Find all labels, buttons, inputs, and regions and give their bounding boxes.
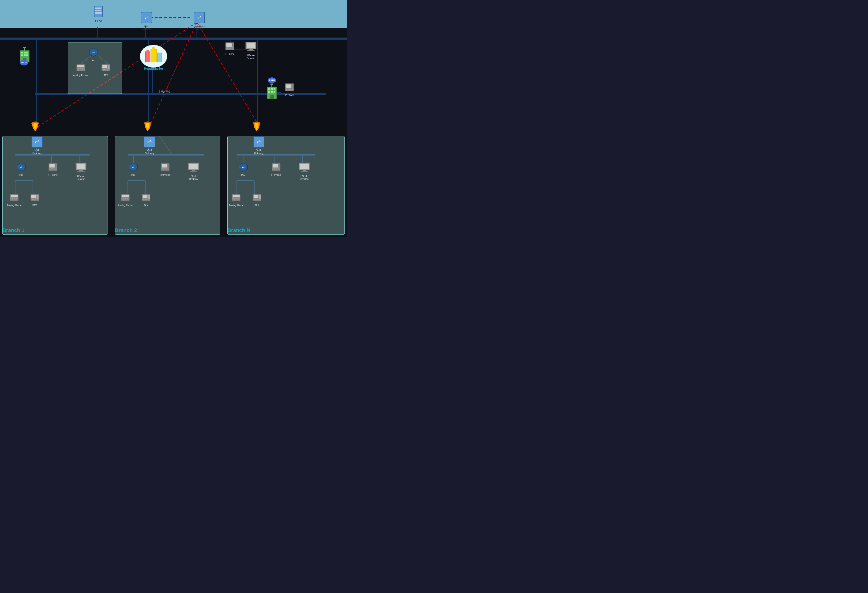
svg-rect-176 [303,170,306,171]
branch2-voip-gw-label: VoIP Gateway [143,149,156,155]
svg-rect-60 [78,68,79,70]
svg-rect-106 [286,84,291,88]
svg-rect-154 [122,195,129,197]
branchn-fax: FAX [250,192,263,207]
svg-rect-96 [269,88,270,90]
branchn-analog-label: Analog Phone [229,204,244,207]
svg-rect-74 [24,55,26,56]
svg-rect-75 [26,55,28,56]
svg-text:⇌: ⇌ [144,14,149,21]
svg-rect-144 [162,164,167,167]
svg-rect-185 [254,199,255,200]
voip-gateway-top-label: VoIP Gateway [139,25,154,31]
svg-rect-48 [95,10,102,11]
svg-rect-186 [255,199,257,200]
right-ip-phone-label: IP Phone [282,94,297,97]
svg-text:IP: IP [232,44,235,46]
svg-rect-181 [236,198,237,200]
top-uscale-label: UScale Desktop [243,54,259,60]
svg-rect-151 [192,170,195,171]
svg-rect-180 [233,198,235,200]
svg-rect-109 [288,89,289,90]
branchn-ip-phone: IP IP Phone [269,162,283,176]
svg-text:IP: IP [168,164,170,167]
svg-rect-126 [79,170,83,171]
svg-rect-148 [165,169,166,169]
branchn-iad: ⇌ IAD [237,162,249,176]
svg-text:⇌: ⇌ [132,165,134,169]
backbone-line [0,37,347,40]
svg-text:IP: IP [279,164,281,167]
svg-rect-81 [151,49,156,62]
svg-rect-147 [163,169,164,169]
hq-analog-label: Analog Phone [73,74,88,77]
branchn-fax-label: FAX [250,204,263,207]
voip-gateway-top: ⇌ VoIP Gateway [139,12,154,31]
branchn-uscale: UScale Desktop [296,162,313,180]
svg-rect-65 [103,69,104,70]
hq-box: ⇌ IAD Analog Phone [68,42,122,94]
svg-rect-77 [24,48,25,51]
converged-gateway-label: Converged Gateway [191,25,207,31]
pstn-right: PSTN [263,77,281,101]
svg-rect-173 [276,169,277,169]
branchn-iad-label: IAD [237,174,249,176]
network-diagram: IP(VPN) Server ⇌ VoIP Gateway ⇌ Converge… [0,0,347,237]
svg-text:⇌: ⇌ [20,165,22,169]
svg-rect-161 [145,199,146,200]
cloud-band [0,0,347,28]
svg-rect-134 [31,195,36,198]
svg-rect-80 [145,52,150,62]
svg-rect-64 [102,65,107,68]
hq-analog-phone: Analog Phone [73,62,88,77]
svg-rect-103 [272,85,272,87]
svg-rect-132 [16,198,17,200]
svg-rect-131 [13,198,15,200]
svg-rect-73 [21,55,23,56]
svg-rect-101 [273,91,275,93]
firewall-branchn [252,121,261,133]
svg-rect-84 [152,47,155,50]
svg-rect-160 [143,199,144,200]
svg-rect-72 [26,52,28,53]
svg-rect-86 [226,43,232,47]
pstn-left: PSTN [15,47,34,64]
pstn-left-bubble: PSTN [20,60,28,65]
svg-text:⇌: ⇌ [197,14,202,21]
svg-text:IP: IP [55,164,58,167]
svg-rect-171 [273,169,274,169]
branch2-voip-gw: ⇌ VoIP Gateway [143,136,156,155]
branchn-voip-gw-label: VoIP Gateway [252,149,266,155]
svg-rect-152 [190,171,197,172]
branch1-voip-gw-label: VoIP Gateway [30,149,44,155]
svg-rect-177 [301,171,308,172]
svg-rect-104 [270,83,273,85]
branch2-uscale-label: UScale Desktop [185,175,202,180]
svg-rect-123 [52,169,53,169]
branch2-fax-label: FAX [139,204,152,207]
svg-rect-49 [95,12,102,13]
svg-rect-188 [259,195,261,199]
svg-text:⇌: ⇌ [257,138,261,145]
svg-rect-135 [32,199,33,200]
svg-rect-121 [49,169,50,169]
pstn-right-bubble: PSTN [268,77,276,83]
svg-rect-127 [77,171,85,172]
branchn-analog-phone: Analog Phone [229,192,244,207]
svg-rect-88 [226,47,227,49]
svg-rect-108 [286,89,287,90]
svg-rect-172 [274,169,275,169]
svg-rect-162 [146,199,147,200]
branchn-ip-phone-label: IP Phone [269,174,283,176]
svg-rect-61 [80,68,81,70]
svg-rect-100 [271,91,273,93]
branch2-box [115,136,220,235]
svg-text:⇌: ⇌ [35,138,39,145]
svg-rect-110 [289,89,290,90]
branch1-uscale-label: UScale Desktop [73,175,89,180]
converged-gateway-top: ⇌ Converged Gateway [191,12,207,31]
svg-rect-67 [106,69,107,70]
svg-rect-184 [254,195,258,198]
branch2-fax: FAX [139,192,152,207]
hq-iad-label: IAD [87,59,100,62]
